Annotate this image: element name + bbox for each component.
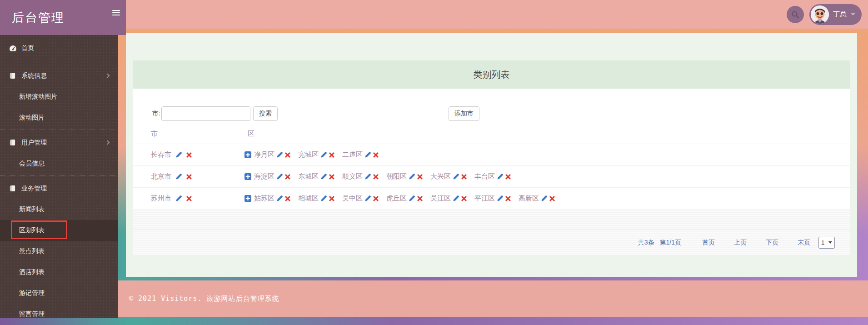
panel-heading: 类别列表 <box>133 60 850 89</box>
edit-icon[interactable] <box>453 195 459 202</box>
edit-icon[interactable] <box>276 151 283 158</box>
district-link[interactable]: 相城区 <box>298 194 319 203</box>
district-link[interactable]: 平江区 <box>474 194 495 203</box>
city-search-input[interactable] <box>161 106 250 121</box>
delete-icon[interactable] <box>461 174 467 180</box>
sidebar-item-label: 景点列表 <box>19 247 45 255</box>
sidebar-item-home[interactable]: 首页 <box>0 35 118 61</box>
sidebar-item[interactable]: 新增滚动图片 <box>0 86 118 107</box>
edit-icon[interactable] <box>320 173 327 180</box>
edit-icon[interactable] <box>320 195 327 202</box>
sidebar-item[interactable]: 酒店列表 <box>0 262 118 283</box>
delete-icon[interactable] <box>505 196 511 201</box>
sidebar-item-label: 新增滚动图片 <box>19 93 57 101</box>
book-icon <box>9 185 17 192</box>
sidebar-group-header[interactable]: 业务管理 <box>0 178 118 199</box>
delete-icon[interactable] <box>373 152 379 158</box>
district-link[interactable]: 吴江区 <box>430 194 451 203</box>
sidebar-item[interactable]: 新闻列表 <box>0 199 118 220</box>
delete-icon[interactable] <box>329 174 334 180</box>
app-title: 后台管理 <box>12 10 65 26</box>
pagination-last[interactable]: 末页 <box>798 239 810 247</box>
page-select[interactable]: 1 <box>818 237 835 249</box>
sidebar-item-label: 滚动图片 <box>19 114 45 122</box>
sidebar-item-label: 会员信息 <box>19 160 45 168</box>
sidebar-group-header[interactable]: 用户管理 <box>0 132 118 153</box>
district-link[interactable]: 东城区 <box>298 172 319 181</box>
edit-icon[interactable] <box>364 195 371 202</box>
delete-icon[interactable] <box>505 174 511 180</box>
delete-icon[interactable] <box>373 196 379 201</box>
edit-icon[interactable] <box>364 151 371 158</box>
add-district-icon[interactable] <box>244 151 251 158</box>
sidebar-item[interactable]: 留言管理 <box>0 304 118 318</box>
edit-icon[interactable] <box>175 173 182 180</box>
add-district-icon[interactable] <box>244 173 251 180</box>
search-icon <box>791 10 799 19</box>
district-item: 朝阳区 <box>386 172 423 181</box>
district-link[interactable]: 二道区 <box>342 150 363 159</box>
pagination-prev[interactable]: 上页 <box>734 239 747 247</box>
city-link[interactable]: 北京市 <box>151 172 171 181</box>
sidebar-group-header[interactable]: 系统信息 <box>0 65 118 86</box>
delete-icon[interactable] <box>461 196 467 201</box>
sidebar-item[interactable]: 景点列表 <box>0 241 118 262</box>
edit-icon[interactable] <box>409 173 415 180</box>
search-submit-button[interactable]: 搜索 <box>253 106 278 121</box>
district-link[interactable]: 顺义区 <box>342 172 363 181</box>
delete-icon[interactable] <box>373 174 379 180</box>
district-link[interactable]: 宽城区 <box>298 150 319 159</box>
district-link[interactable]: 丰台区 <box>474 172 495 181</box>
add-district-icon[interactable] <box>244 195 251 202</box>
hamburger-menu-button[interactable] <box>112 10 120 15</box>
delete-icon[interactable] <box>329 152 334 158</box>
district-link[interactable]: 吴中区 <box>342 194 363 203</box>
delete-icon[interactable] <box>285 196 290 201</box>
delete-icon[interactable] <box>549 196 555 201</box>
edit-icon[interactable] <box>453 173 459 180</box>
edit-icon[interactable] <box>276 173 283 180</box>
district-item: 平江区 <box>474 194 511 203</box>
district-link[interactable]: 朝阳区 <box>386 172 407 181</box>
delete-icon[interactable] <box>186 196 192 201</box>
delete-icon[interactable] <box>417 196 423 201</box>
delete-icon[interactable] <box>285 152 290 158</box>
add-city-button[interactable]: 添加市 <box>449 106 479 121</box>
edit-icon[interactable] <box>175 195 182 202</box>
delete-icon[interactable] <box>329 196 334 201</box>
edit-icon[interactable] <box>409 195 415 202</box>
delete-icon[interactable] <box>186 152 192 158</box>
edit-icon[interactable] <box>276 195 283 202</box>
district-item: 姑苏区 <box>254 194 290 203</box>
district-link[interactable]: 净月区 <box>254 150 274 159</box>
edit-icon[interactable] <box>175 151 182 158</box>
sidebar-item[interactable]: 会员信息 <box>0 153 118 174</box>
edit-icon[interactable] <box>497 173 504 180</box>
edit-icon[interactable] <box>497 195 504 202</box>
dashboard-icon <box>9 45 17 52</box>
sidebar-divider <box>0 130 118 130</box>
edit-icon[interactable] <box>364 173 371 180</box>
sidebar-item[interactable]: 滚动图片 <box>0 107 118 128</box>
edit-icon[interactable] <box>320 151 327 158</box>
city-link[interactable]: 长春市 <box>151 150 171 159</box>
city-link[interactable]: 苏州市 <box>151 194 171 203</box>
district-link[interactable]: 大兴区 <box>430 172 451 181</box>
district-link[interactable]: 虎丘区 <box>386 194 407 203</box>
user-menu[interactable]: 丁总 <box>809 4 862 25</box>
delete-icon[interactable] <box>186 174 192 180</box>
edit-icon[interactable] <box>541 195 548 202</box>
pagination-page-info: 第1/1页 <box>660 239 681 247</box>
sidebar-item[interactable]: 区划列表 <box>0 220 118 241</box>
pagination-first[interactable]: 首页 <box>702 239 715 247</box>
column-header-city: 市 <box>133 130 244 138</box>
district-link[interactable]: 海淀区 <box>254 172 274 181</box>
sidebar-item[interactable]: 游记管理 <box>0 283 118 304</box>
delete-icon[interactable] <box>285 174 290 180</box>
delete-icon[interactable] <box>417 174 423 180</box>
city-search-label: 市: <box>152 110 160 118</box>
pagination-next[interactable]: 下页 <box>766 239 778 247</box>
search-button[interactable] <box>787 6 804 23</box>
district-link[interactable]: 姑苏区 <box>254 194 274 203</box>
district-link[interactable]: 高新区 <box>519 194 539 203</box>
